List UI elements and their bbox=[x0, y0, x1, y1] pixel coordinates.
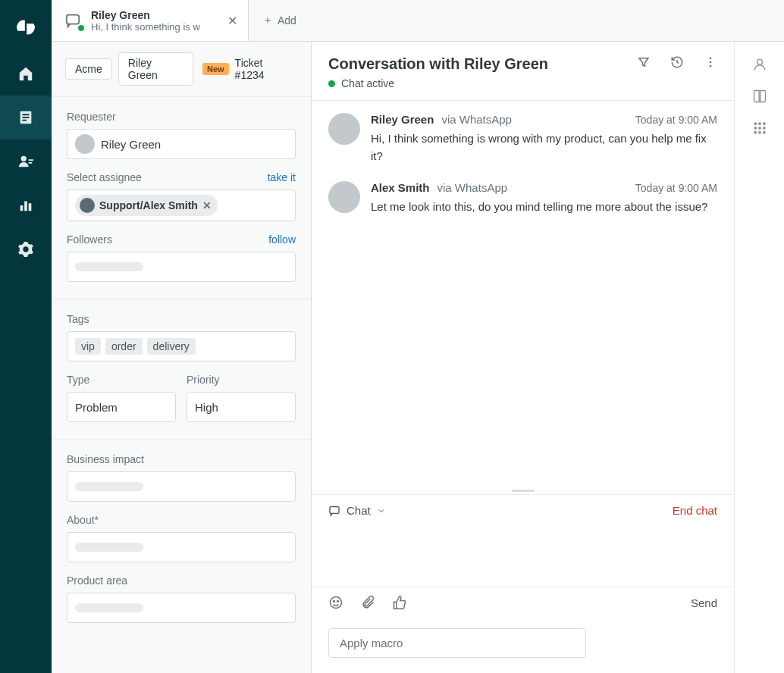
tab-title: Riley Green bbox=[91, 9, 227, 21]
svg-rect-20 bbox=[758, 123, 760, 125]
tags-panel: Tags vip order delivery Type Problem bbox=[52, 299, 311, 439]
svg-rect-8 bbox=[24, 202, 27, 211]
svg-rect-3 bbox=[22, 120, 27, 121]
new-badge: New bbox=[202, 63, 229, 75]
chip-remove-icon[interactable]: ✕ bbox=[202, 199, 212, 211]
requester-panel: Requester Riley Green Select assignee ta… bbox=[52, 96, 311, 299]
message-via: via WhatsApp bbox=[437, 181, 508, 194]
take-it-link[interactable]: take it bbox=[268, 171, 296, 183]
message-list: Riley Green via WhatsApp Today at 9:00 A… bbox=[312, 101, 734, 487]
apps-icon[interactable] bbox=[752, 121, 767, 136]
svg-point-4 bbox=[21, 156, 27, 161]
product-area-label: Product area bbox=[67, 574, 296, 587]
crumb-requester[interactable]: Riley Green bbox=[118, 52, 193, 86]
main: Riley Green Hi, I think something is w ✕… bbox=[52, 0, 784, 673]
apply-macro-select[interactable]: Apply macro bbox=[328, 628, 586, 658]
ticket-sidebar: Acme Riley Green New Ticket #1234 Reques… bbox=[52, 42, 312, 673]
requester-field[interactable]: Riley Green bbox=[67, 129, 296, 159]
assignee-label: Select assignee bbox=[67, 171, 142, 183]
message-text: Let me look into this, do you mind telli… bbox=[371, 199, 717, 216]
product-area-field[interactable] bbox=[67, 593, 296, 623]
chevron-down-icon bbox=[377, 506, 386, 515]
assignee-chip: Support/Alex Smith ✕ bbox=[75, 195, 218, 216]
svg-rect-24 bbox=[763, 127, 765, 129]
conversation-status: Chat active bbox=[328, 77, 637, 89]
tag[interactable]: order bbox=[105, 338, 143, 355]
history-icon[interactable] bbox=[670, 55, 684, 69]
emoji-icon[interactable] bbox=[328, 595, 343, 610]
nav-home[interactable] bbox=[0, 52, 52, 95]
message: Alex Smith via WhatsApp Today at 9:00 AM… bbox=[328, 181, 717, 216]
more-icon[interactable] bbox=[704, 55, 717, 69]
conversation-header: Conversation with Riley Green Chat activ… bbox=[312, 42, 734, 101]
custom-fields-panel: Business impact About* Product area bbox=[52, 439, 311, 640]
svg-point-17 bbox=[337, 601, 339, 603]
svg-rect-14 bbox=[330, 506, 339, 513]
about-label: About* bbox=[67, 514, 296, 526]
assignee-field[interactable]: Support/Alex Smith ✕ bbox=[67, 189, 296, 221]
svg-rect-5 bbox=[29, 159, 33, 161]
svg-rect-25 bbox=[754, 131, 756, 133]
svg-point-15 bbox=[331, 597, 342, 609]
nav-customers[interactable] bbox=[0, 139, 52, 183]
type-select[interactable]: Problem bbox=[67, 392, 176, 422]
svg-point-16 bbox=[334, 601, 335, 603]
resize-handle[interactable] bbox=[312, 487, 734, 494]
zendesk-logo bbox=[15, 17, 36, 38]
svg-point-11 bbox=[710, 57, 712, 59]
svg-rect-10 bbox=[67, 15, 80, 24]
followers-field[interactable] bbox=[67, 252, 296, 282]
message-author: Alex Smith bbox=[371, 181, 430, 194]
channel-select[interactable]: Chat bbox=[328, 504, 386, 517]
svg-rect-27 bbox=[763, 131, 765, 133]
editor-toolbar: Send bbox=[312, 587, 734, 618]
crumb-ticket[interactable]: New Ticket #1234 bbox=[199, 53, 297, 85]
user-icon[interactable] bbox=[752, 57, 767, 72]
message-time: Today at 9:00 AM bbox=[635, 114, 717, 126]
avatar bbox=[80, 198, 95, 213]
attachment-icon[interactable] bbox=[360, 595, 375, 610]
avatar bbox=[328, 113, 360, 145]
chat-icon bbox=[62, 10, 83, 31]
knowledge-icon[interactable] bbox=[752, 89, 767, 104]
nav-reporting[interactable] bbox=[0, 183, 52, 227]
business-impact-label: Business impact bbox=[67, 453, 296, 465]
reply-composer[interactable] bbox=[312, 526, 734, 587]
followers-label: Followers bbox=[67, 233, 112, 246]
priority-select[interactable]: High bbox=[187, 392, 296, 422]
svg-rect-19 bbox=[754, 123, 756, 125]
tag[interactable]: vip bbox=[75, 338, 101, 355]
message-time: Today at 9:00 AM bbox=[635, 182, 717, 194]
thumbs-up-icon[interactable] bbox=[392, 595, 407, 610]
reply-channel-bar: Chat End chat bbox=[312, 494, 734, 526]
filter-icon[interactable] bbox=[637, 55, 651, 69]
workspace: Acme Riley Green New Ticket #1234 Reques… bbox=[52, 42, 784, 673]
svg-rect-7 bbox=[20, 205, 24, 211]
status-dot-icon bbox=[77, 24, 85, 32]
tags-field[interactable]: vip order delivery bbox=[67, 331, 296, 362]
tag[interactable]: delivery bbox=[147, 338, 196, 355]
conversation-title: Conversation with Riley Green bbox=[328, 55, 637, 73]
chat-icon bbox=[328, 505, 340, 517]
send-button[interactable]: Send bbox=[691, 596, 717, 609]
nav-admin[interactable] bbox=[0, 227, 52, 271]
follow-link[interactable]: follow bbox=[268, 233, 296, 246]
end-chat-button[interactable]: End chat bbox=[673, 504, 717, 517]
add-tab-button[interactable]: ＋ Add bbox=[249, 0, 310, 41]
tab-close-button[interactable]: ✕ bbox=[227, 14, 237, 28]
priority-label: Priority bbox=[187, 374, 296, 386]
tab-subtitle: Hi, I think something is w bbox=[91, 21, 227, 33]
about-field[interactable] bbox=[67, 532, 296, 562]
breadcrumb: Acme Riley Green New Ticket #1234 bbox=[52, 42, 311, 96]
avatar bbox=[75, 134, 95, 154]
business-impact-field[interactable] bbox=[67, 471, 296, 502]
message-author: Riley Green bbox=[371, 113, 434, 126]
plus-icon: ＋ bbox=[262, 14, 273, 27]
ticket-tab[interactable]: Riley Green Hi, I think something is w ✕ bbox=[52, 0, 249, 41]
tabbar: Riley Green Hi, I think something is w ✕… bbox=[52, 0, 784, 42]
crumb-org[interactable]: Acme bbox=[65, 58, 112, 80]
requester-label: Requester bbox=[67, 111, 116, 123]
message-text: Hi, I think something is wrong with my p… bbox=[371, 130, 717, 164]
status-dot-icon bbox=[328, 80, 335, 87]
nav-views[interactable] bbox=[0, 95, 52, 139]
